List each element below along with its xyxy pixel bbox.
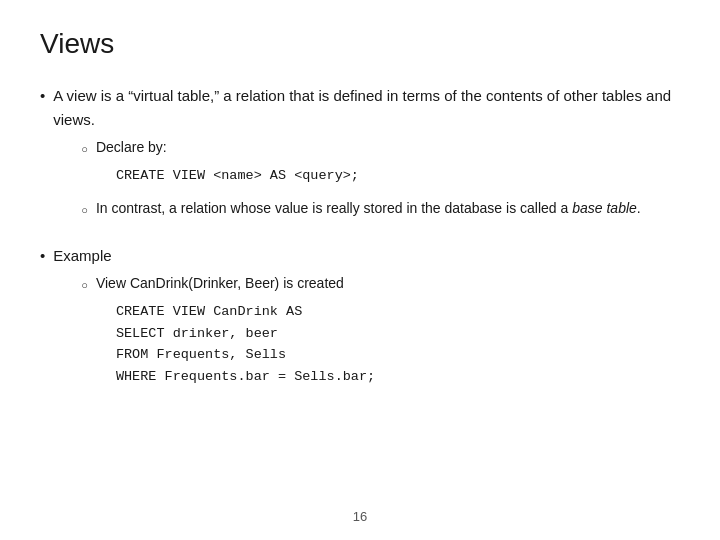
sub-1-2-text: In contrast, a relation whose value is r… (96, 198, 641, 220)
bullet-1: • A view is a “virtual table,” a relatio… (40, 84, 680, 226)
bullet-2-text: Example (53, 247, 111, 264)
code-line-1: CREATE VIEW CanDrink AS (116, 301, 375, 323)
slide-content: • A view is a “virtual table,” a relatio… (40, 84, 680, 400)
bullet-2: • Example ○ View CanDrink(Drinker, Beer)… (40, 244, 680, 400)
code-candrink: CREATE VIEW CanDrink AS SELECT drinker, … (116, 301, 375, 387)
sub-item-2-1: ○ View CanDrink(Drinker, Beer) is create… (81, 273, 375, 393)
bullet-dot-1: • (40, 85, 45, 108)
bullet-1-sublist: ○ Declare by: CREATE VIEW <name> AS <que… (81, 137, 680, 220)
sub-item-1-2: ○ In contrast, a relation whose value is… (81, 198, 680, 220)
code-line-2: SELECT drinker, beer (116, 323, 375, 345)
bullet-2-sublist: ○ View CanDrink(Drinker, Beer) is create… (81, 273, 375, 393)
sub-2-1-label: View CanDrink(Drinker, Beer) is created (96, 275, 344, 291)
code-line-4: WHERE Frequents.bar = Sells.bar; (116, 366, 375, 388)
sub-item-1-1: ○ Declare by: CREATE VIEW <name> AS <que… (81, 137, 680, 192)
sub-dot-2-1: ○ (81, 277, 88, 294)
sub-1-2-after: . (637, 200, 641, 216)
sub-dot-1-2: ○ (81, 202, 88, 219)
code-line-3: FROM Frequents, Sells (116, 344, 375, 366)
sub-1-2-italic: base table (572, 200, 637, 216)
slide: Views • A view is a “virtual table,” a r… (0, 0, 720, 540)
page-number: 16 (353, 509, 367, 524)
sub-1-1-label: Declare by: (96, 139, 167, 155)
sub-dot-1-1: ○ (81, 141, 88, 158)
code-create-view: CREATE VIEW <name> AS <query>; (116, 165, 359, 187)
sub-1-2-before: In contrast, a relation whose value is r… (96, 200, 572, 216)
bullet-1-text: A view is a “virtual table,” a relation … (53, 87, 671, 128)
slide-title: Views (40, 28, 680, 60)
bullet-dot-2: • (40, 245, 45, 268)
